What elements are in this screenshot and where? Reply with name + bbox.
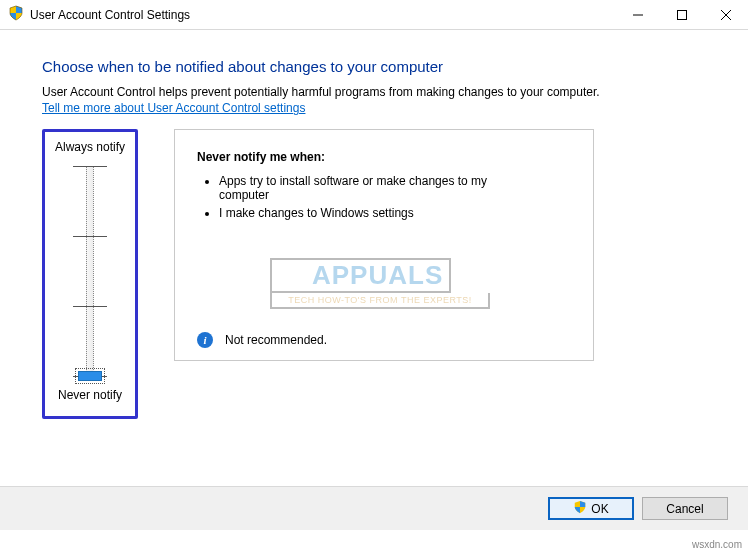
dialog-footer: OK Cancel xyxy=(0,486,748,530)
slider-tick xyxy=(73,166,107,167)
help-link[interactable]: Tell me more about User Account Control … xyxy=(42,101,305,115)
ok-button-label: OK xyxy=(591,502,608,516)
uac-shield-icon xyxy=(8,5,24,24)
minimize-button[interactable] xyxy=(616,0,660,30)
titlebar: User Account Control Settings xyxy=(0,0,748,30)
notification-slider[interactable] xyxy=(67,166,113,376)
ok-button[interactable]: OK xyxy=(548,497,634,520)
panel-list-item: Apps try to install software or make cha… xyxy=(219,174,571,202)
uac-shield-icon xyxy=(573,500,587,517)
slider-bottom-label: Never notify xyxy=(49,388,131,402)
recommendation-text: Not recommended. xyxy=(225,333,327,347)
body-row: Always notify Never notify Never notify … xyxy=(42,129,706,419)
close-button[interactable] xyxy=(704,0,748,30)
info-icon: i xyxy=(197,332,213,348)
cancel-button-label: Cancel xyxy=(666,502,703,516)
panel-list-item: I make changes to Windows settings xyxy=(219,206,571,220)
notification-slider-group: Always notify Never notify xyxy=(42,129,138,419)
slider-tick xyxy=(73,306,107,307)
slider-track xyxy=(86,166,94,376)
maximize-button[interactable] xyxy=(660,0,704,30)
cancel-button[interactable]: Cancel xyxy=(642,497,728,520)
attribution-text: wsxdn.com xyxy=(692,539,742,550)
svg-rect-1 xyxy=(678,10,687,19)
notification-info-panel: Never notify me when: Apps try to instal… xyxy=(174,129,594,361)
slider-thumb[interactable] xyxy=(78,371,102,381)
page-heading: Choose when to be notified about changes… xyxy=(42,58,706,75)
panel-title: Never notify me when: xyxy=(197,150,571,164)
recommendation-row: i Not recommended. xyxy=(197,332,327,348)
window-title: User Account Control Settings xyxy=(30,8,190,22)
content-area: Choose when to be notified about changes… xyxy=(0,30,748,419)
page-description: User Account Control helps prevent poten… xyxy=(42,85,706,99)
panel-list: Apps try to install software or make cha… xyxy=(201,174,571,220)
slider-tick xyxy=(73,236,107,237)
slider-top-label: Always notify xyxy=(49,140,131,154)
